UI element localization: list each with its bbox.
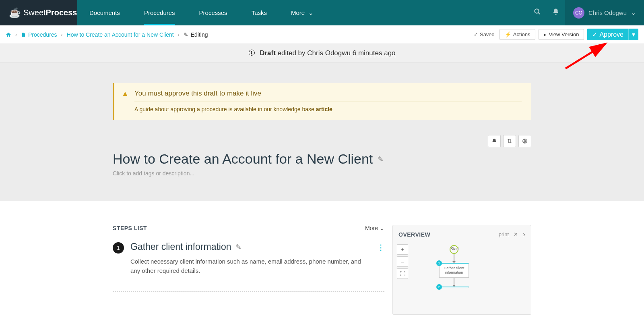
breadcrumb-doc[interactable]: How to Create an Account for a New Clien… <box>67 31 174 38</box>
view-version-button[interactable]: ▸View Version <box>539 29 584 40</box>
svg-line-1 <box>538 12 540 14</box>
play-icon: ▸ <box>544 31 547 37</box>
nav-procedures[interactable]: Procedures <box>132 0 187 25</box>
document-title[interactable]: How to Create an Account for a New Clien… <box>113 151 531 167</box>
breadcrumb-editing-label: Editing <box>191 31 208 38</box>
alert-subtitle: A guide about approving a procedure is a… <box>134 106 522 112</box>
chevron-down-icon: ⌄ <box>380 225 384 231</box>
approve-label: Approve <box>599 31 623 38</box>
overview-panel: OVERVIEW print ✕ › + – ⛶ Start <box>392 225 531 315</box>
overview-header: OVERVIEW print ✕ › <box>393 225 531 242</box>
sub-toolbar: › Procedures › How to Create an Account … <box>0 25 644 44</box>
alert-sub-prefix: A guide about approving a procedure is a… <box>134 106 316 112</box>
steps-more-label: More <box>365 225 378 231</box>
logo-text-2: Process <box>46 8 77 17</box>
breadcrumb-sep: › <box>61 32 63 37</box>
nav-processes[interactable]: Processes <box>187 0 239 25</box>
step-number: 1 <box>113 242 124 254</box>
logo-icon: ☕ <box>9 7 21 19</box>
step-item: 1 Gather client information ✎ Collect ne… <box>113 241 384 275</box>
alert-title: You must approve this draft to make it l… <box>134 89 522 98</box>
steps-header: STEPS LIST More ⌄ <box>113 225 384 234</box>
step-menu-icon[interactable]: ⋮ <box>377 243 384 252</box>
zoom-out-button[interactable]: – <box>397 256 408 267</box>
draft-time: 6 minutes ago <box>353 49 396 57</box>
steps-more-link[interactable]: More ⌄ <box>365 225 384 231</box>
flow-start-label: Start <box>450 247 459 251</box>
draft-status-bar: 🛈 Draft edited by Chris Odogwu 6 minutes… <box>0 44 644 63</box>
chevron-right-icon[interactable]: › <box>523 230 525 239</box>
bell-icon[interactable] <box>547 8 565 17</box>
fullscreen-button[interactable]: ⛶ <box>397 268 408 279</box>
breadcrumb-procedures-label: Procedures <box>28 31 57 38</box>
flowchart: Start 1 Gather client information 2 <box>439 245 469 288</box>
tags-placeholder[interactable]: Click to add tags or description... <box>113 170 531 177</box>
saved-indicator: ✓Saved <box>474 31 495 37</box>
pencil-icon[interactable]: ✎ <box>235 243 242 251</box>
toolbar-right: ✓Saved ⚡Actions ▸View Version ✓Approve ▾ <box>474 29 638 40</box>
breadcrumb-procedures[interactable]: Procedures <box>21 31 57 38</box>
notify-button[interactable] <box>488 135 501 147</box>
svg-point-0 <box>535 9 539 13</box>
step-title[interactable]: Gather client information ✎ <box>130 241 384 252</box>
top-navbar: ☕ SweetProcess Documents Procedures Proc… <box>0 0 644 25</box>
overview-title: OVERVIEW <box>398 231 430 238</box>
breadcrumb-sep: › <box>178 32 180 37</box>
draft-label: Draft <box>260 49 276 57</box>
header-section: ▲ You must approve this draft to make it… <box>0 63 644 201</box>
approve-caret[interactable]: ▾ <box>628 29 638 40</box>
step-description[interactable]: Collect necessary client information suc… <box>130 257 372 275</box>
zoom-controls: + – ⛶ <box>397 244 408 279</box>
steps-header-title: STEPS LIST <box>113 225 147 231</box>
approve-button[interactable]: ✓Approve ▾ <box>587 29 638 40</box>
alert-article-link[interactable]: article <box>316 106 332 112</box>
main-nav: Documents Procedures Processes Tasks Mor… <box>77 0 326 25</box>
globe-button[interactable] <box>518 135 531 147</box>
nav-tasks[interactable]: Tasks <box>239 0 279 25</box>
nav-more[interactable]: More ⌄ <box>279 0 326 25</box>
check-icon: ✓ <box>592 31 597 38</box>
warning-icon: ▲ <box>122 89 129 98</box>
search-icon[interactable] <box>528 8 547 17</box>
breadcrumb-editing: ✎ Editing <box>184 31 208 38</box>
avatar: CO <box>573 7 584 19</box>
user-name: Chris Odogwu <box>588 9 627 16</box>
approval-alert: ▲ You must approve this draft to make it… <box>113 83 531 120</box>
zoom-in-button[interactable]: + <box>397 244 408 255</box>
nav-documents[interactable]: Documents <box>77 0 132 25</box>
overview-actions: print ✕ › <box>499 230 525 239</box>
expand-icon[interactable]: ✕ <box>514 231 518 237</box>
logo[interactable]: ☕ SweetProcess <box>0 0 77 25</box>
content-section: STEPS LIST More ⌄ 1 Gather client inform… <box>0 201 644 315</box>
alert-divider <box>134 102 522 102</box>
steps-column: STEPS LIST More ⌄ 1 Gather client inform… <box>113 225 384 315</box>
flow-badge: 2 <box>436 284 442 290</box>
flow-node-1[interactable]: 1 Gather client information <box>439 263 469 278</box>
document-title-text: How to Create an Account for a New Clien… <box>113 151 373 167</box>
chevron-down-icon: ⌄ <box>631 9 636 17</box>
flow-node-2[interactable]: 2 <box>439 287 469 288</box>
flow-node-label: Gather client information <box>444 266 464 274</box>
approve-main[interactable]: ✓Approve <box>587 29 628 40</box>
user-menu[interactable]: CO Chris Odogwu ⌄ <box>565 0 644 25</box>
bolt-icon: ⚡ <box>505 31 511 37</box>
step-title-text: Gather client information <box>130 241 231 252</box>
step-body: Gather client information ✎ Collect nece… <box>130 241 384 275</box>
logo-text-1: Sweet <box>23 8 46 17</box>
title-controls: ⇅ <box>113 135 531 147</box>
actions-button[interactable]: ⚡Actions <box>500 29 536 40</box>
step-divider <box>113 291 384 292</box>
pencil-icon[interactable]: ✎ <box>378 155 384 164</box>
view-version-label: View Version <box>549 31 579 37</box>
check-icon: ✓ <box>474 31 478 37</box>
nav-right: CO Chris Odogwu ⌄ <box>528 0 644 25</box>
actions-label: Actions <box>513 31 530 37</box>
flow-badge: 1 <box>436 260 442 266</box>
settings-button[interactable]: ⇅ <box>503 135 516 147</box>
breadcrumb-home[interactable] <box>6 32 11 37</box>
flow-connector <box>454 254 454 263</box>
flow-connector <box>454 278 454 287</box>
breadcrumb-sep: › <box>15 32 17 37</box>
overview-canvas[interactable]: + – ⛶ Start 1 Gather client information <box>393 242 531 314</box>
print-link[interactable]: print <box>499 231 509 237</box>
